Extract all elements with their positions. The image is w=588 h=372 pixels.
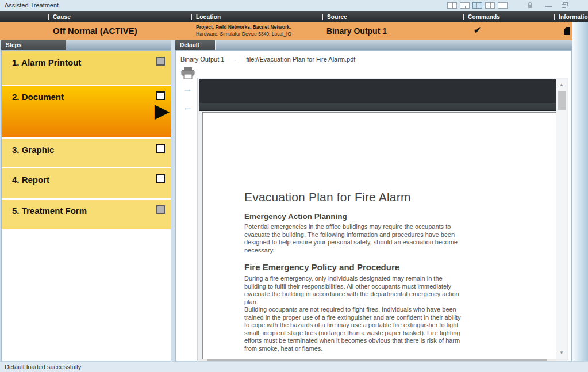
- tab-default[interactable]: Default: [175, 40, 216, 50]
- active-step-arrow-icon: ▶: [155, 101, 170, 120]
- tab-steps[interactable]: Steps: [1, 40, 66, 50]
- alarm-cause-text: Off Normal (ACTIVE): [53, 26, 137, 36]
- document-title: Evacuation Plan for Fire Alarm: [244, 190, 462, 204]
- alarm-row[interactable]: Off Normal (ACTIVE) Project. Field Netwo…: [0, 22, 572, 40]
- minimize-button[interactable]: [545, 1, 552, 8]
- document-heading: Emergency Action Planning: [244, 212, 462, 221]
- step-checkbox-empty[interactable]: [156, 174, 165, 183]
- alarm-location-text: Project. Field Networks. Bacnet Network.…: [196, 24, 291, 37]
- information-document-icon[interactable]: [564, 27, 570, 35]
- document-paragraph: During a fire emergency, only individual…: [244, 275, 462, 306]
- step-item-alarm-printout[interactable]: 1. Alarm Printout: [2, 51, 171, 85]
- command-check-icon: ✔: [474, 25, 481, 36]
- status-bar: Default loaded successfully: [0, 361, 588, 372]
- lock-icon[interactable]: [526, 2, 533, 9]
- step-item-document[interactable]: 2. Document ▶: [2, 86, 171, 137]
- steps-tab-bar: Steps: [1, 40, 171, 50]
- pdf-document-content: Evacuation Plan for Fire Alarm Emergency…: [244, 190, 462, 361]
- pdf-page: Evacuation Plan for Fire Alarm Emergency…: [202, 112, 556, 361]
- column-information: Information: [554, 11, 588, 22]
- pdf-toolbar: [199, 79, 556, 103]
- alarm-source-text: Binary Output 1: [326, 26, 387, 36]
- layout-single-pane-icon[interactable]: [498, 2, 508, 9]
- viewer-tab-bar: Default: [175, 40, 572, 50]
- layout-split-right-icon[interactable]: [447, 2, 457, 9]
- steps-panel: 1. Alarm Printout 2. Document ▶ 3. Graph…: [1, 50, 171, 361]
- scroll-up-icon[interactable]: ▲: [559, 83, 564, 87]
- assisted-treatment-window: Assisted Treatment Cause Location Source…: [0, 0, 588, 372]
- scroll-down-icon[interactable]: ▼: [559, 351, 564, 355]
- step-checkbox-empty[interactable]: [156, 144, 165, 153]
- pdf-toolbar-lower: [199, 103, 556, 111]
- restore-button[interactable]: [561, 2, 569, 9]
- breadcrumb-source: Binary Output 1: [180, 56, 224, 63]
- viewer-panel: Binary Output 1 - file://Evacuation Plan…: [175, 50, 572, 361]
- print-button[interactable]: [180, 67, 195, 80]
- step-item-graphic[interactable]: 3. Graphic: [2, 139, 171, 167]
- breadcrumb-file: file://Evacuation Plan for Fire Alarm.pd…: [246, 56, 355, 63]
- step-checkbox-filled[interactable]: [156, 205, 165, 214]
- previous-step-arrow-button[interactable]: ←: [182, 102, 193, 112]
- status-text: Default loaded successfully: [5, 363, 81, 370]
- step-checkbox-empty[interactable]: [156, 91, 165, 100]
- breadcrumb: Binary Output 1 - file://Evacuation Plan…: [180, 56, 355, 63]
- vertical-scrollbar[interactable]: ▲ ▼: [556, 79, 567, 359]
- step-item-treatment-form[interactable]: 5. Treatment Form: [2, 200, 171, 229]
- layout-two-pane-icon[interactable]: [472, 2, 482, 9]
- step-item-report[interactable]: 4. Report: [2, 168, 171, 198]
- pdf-viewer: Evacuation Plan for Fire Alarm Emergency…: [197, 78, 568, 367]
- column-source: Source: [322, 11, 347, 22]
- column-commands: Commands: [463, 11, 500, 22]
- breadcrumb-separator: -: [235, 56, 237, 63]
- document-paragraph: Building occupants are not required to f…: [244, 306, 462, 352]
- layout-grid-icon[interactable]: [485, 2, 495, 9]
- step-checkbox-filled[interactable]: [156, 57, 165, 66]
- next-step-arrow-button[interactable]: →: [182, 84, 193, 93]
- title-bar: Assisted Treatment: [0, 0, 588, 11]
- window-title: Assisted Treatment: [5, 2, 59, 9]
- vertical-scrollbar-thumb[interactable]: [558, 91, 566, 110]
- window-edge-strip: [572, 22, 588, 361]
- document-paragraph: Potential emergencies in the office buil…: [244, 223, 462, 254]
- document-heading: Fire Emergency Policy and Procedure: [244, 262, 462, 272]
- column-location: Location: [191, 11, 221, 22]
- alarm-table-header: Cause Location Source Commands Informati…: [0, 11, 588, 22]
- layout-split-bottom-icon[interactable]: [460, 2, 470, 9]
- column-cause: Cause: [48, 11, 71, 22]
